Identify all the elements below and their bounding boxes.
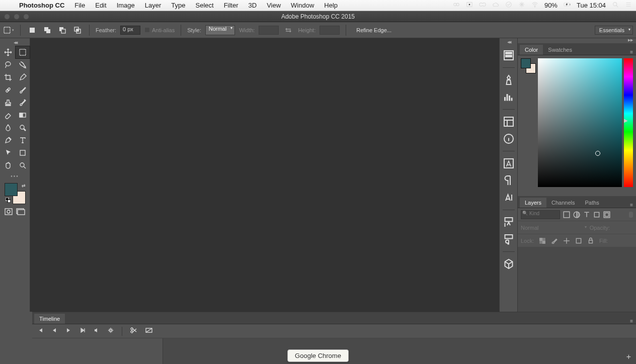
history-brush-tool[interactable] [16, 97, 30, 109]
subtract-selection-icon[interactable] [57, 25, 68, 36]
crop-tool[interactable] [1, 71, 15, 83]
lock-position-icon[interactable] [563, 237, 570, 244]
filter-type-icon[interactable] [583, 211, 590, 218]
timeline-menu-icon[interactable]: ≡ [627, 318, 636, 324]
move-tool[interactable] [1, 46, 15, 58]
filter-pixel-icon[interactable] [563, 211, 570, 218]
glyphs-panel-icon[interactable] [503, 192, 515, 204]
histogram-icon[interactable] [503, 91, 515, 103]
timeline-settings-icon[interactable] [108, 327, 114, 335]
color-picker-ring[interactable] [595, 151, 600, 156]
current-tool-icon[interactable]: ▾ [3, 25, 14, 36]
stamp-tool[interactable] [1, 97, 15, 109]
sync-icon[interactable] [453, 1, 460, 10]
pen-tool[interactable] [1, 134, 15, 146]
hand-tool[interactable] [1, 159, 15, 171]
brush-tool[interactable] [16, 84, 30, 96]
menu-type[interactable]: Type [166, 2, 190, 9]
swatches-tab[interactable]: Swatches [543, 45, 577, 55]
color-field[interactable] [538, 58, 622, 187]
eraser-tool[interactable] [1, 109, 15, 121]
zoom-tool[interactable] [16, 159, 30, 171]
filter-toggle[interactable] [629, 212, 633, 218]
lock-trans-icon[interactable] [539, 237, 546, 244]
properties-panel-icon[interactable] [503, 116, 515, 128]
gradient-tool[interactable] [16, 109, 30, 121]
palette-collapse-handle[interactable] [0, 40, 30, 45]
menu-window[interactable]: Window [286, 2, 319, 9]
canvas-area[interactable] [30, 38, 499, 312]
menu-view[interactable]: View [262, 2, 286, 9]
menu-3d[interactable]: 3D [244, 2, 262, 9]
layers-panel-menu-icon[interactable]: ≡ [627, 202, 636, 208]
feather-input[interactable]: 0 px [120, 26, 140, 35]
quick-mask-icon[interactable] [5, 208, 13, 217]
split-clip-icon[interactable] [130, 327, 137, 335]
play-icon[interactable] [65, 327, 71, 335]
paths-tab[interactable]: Paths [580, 198, 604, 208]
quick-select-tool[interactable] [16, 59, 30, 71]
divvy-icon[interactable] [518, 1, 525, 10]
spotlight-icon[interactable] [612, 1, 619, 10]
lock-pixels-icon[interactable] [551, 237, 558, 244]
notifications-icon[interactable] [625, 1, 632, 10]
paragraph-panel-icon[interactable] [503, 174, 515, 187]
timeline-tab[interactable]: Timeline [34, 314, 65, 324]
refine-edge-button[interactable]: Refine Edge... [352, 26, 395, 34]
dodge-tool[interactable] [16, 122, 30, 134]
3d-panel-icon[interactable] [503, 258, 515, 270]
wifi-icon[interactable] [531, 1, 538, 10]
para-styles-icon[interactable] [503, 233, 515, 245]
panels-collapse-handle[interactable]: ▶▶ [628, 38, 633, 43]
healing-tool[interactable] [1, 84, 15, 96]
blur-tool[interactable] [1, 122, 15, 134]
menu-edit[interactable]: Edit [90, 2, 111, 9]
menu-help[interactable]: Help [319, 2, 343, 9]
panel-foreground-swatch[interactable] [521, 58, 531, 68]
info-panel-icon[interactable] [503, 133, 515, 145]
clock[interactable]: Tue 15:04 [577, 2, 606, 9]
foreground-color-swatch[interactable] [5, 183, 18, 196]
brush-presets-icon[interactable] [503, 74, 515, 86]
menu-file[interactable]: File [69, 2, 90, 9]
shape-tool[interactable] [16, 147, 30, 159]
style-select[interactable]: Normal▾ [205, 25, 235, 35]
blend-mode-select[interactable]: Normal ▾ [521, 225, 587, 231]
prev-frame-icon[interactable] [51, 327, 57, 335]
transition-icon[interactable] [145, 327, 152, 335]
next-frame-icon[interactable] [80, 327, 86, 335]
intersect-selection-icon[interactable] [72, 25, 83, 36]
swap-colors-icon[interactable]: ⇄ [22, 183, 26, 188]
menu-filter[interactable]: Filter [219, 2, 244, 9]
app-name[interactable]: Photoshop CC [14, 2, 69, 9]
menu-select[interactable]: Select [190, 2, 218, 9]
cloud-icon[interactable] [492, 1, 499, 10]
cc-icon[interactable] [479, 1, 486, 10]
add-selection-icon[interactable] [42, 25, 53, 36]
new-selection-icon[interactable] [27, 25, 38, 36]
lasso-tool[interactable] [1, 59, 15, 71]
path-select-tool[interactable] [1, 147, 15, 159]
tool-flyout-indicator[interactable]: ••• [0, 172, 30, 180]
add-media-icon[interactable]: + [626, 352, 631, 361]
apple-menu-icon[interactable] [4, 2, 14, 9]
eyedropper-tool[interactable] [16, 71, 30, 83]
channels-tab[interactable]: Channels [546, 198, 580, 208]
filter-shape-icon[interactable] [593, 211, 600, 218]
default-colors-icon[interactable] [6, 197, 11, 204]
filter-smart-icon[interactable] [603, 211, 610, 218]
color-panel-menu-icon[interactable]: ≡ [627, 49, 636, 55]
first-frame-icon[interactable] [37, 327, 43, 335]
workspace-chooser[interactable]: Essentials▾ [595, 26, 633, 35]
menu-layer[interactable]: Layer [140, 2, 167, 9]
filter-adjust-icon[interactable] [573, 211, 580, 218]
screen-mode-icon[interactable] [16, 208, 25, 217]
record-icon[interactable] [466, 1, 473, 10]
type-tool[interactable] [16, 134, 30, 146]
menu-image[interactable]: Image [112, 2, 140, 9]
lock-artboard-icon[interactable] [575, 237, 582, 244]
history-panel-icon[interactable] [503, 49, 515, 61]
strip-expand-handle[interactable]: ◀◀ [507, 40, 510, 44]
marquee-tool[interactable] [16, 46, 30, 58]
layer-filter-select[interactable]: Kind [521, 210, 560, 219]
